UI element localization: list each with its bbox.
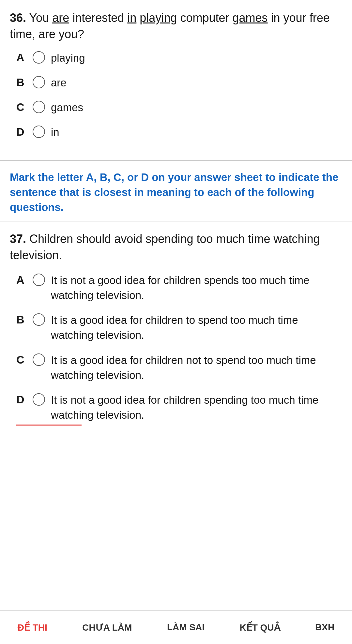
nav-de-thi-label: ĐỀ THI [18, 622, 47, 633]
q36-option-a-radio[interactable] [33, 51, 45, 64]
q36-option-d-radio[interactable] [33, 126, 45, 138]
nav-chua-lam-label: CHƯA LÀM [82, 622, 132, 633]
question-36-title: 36. You are interested in playing comput… [10, 10, 342, 43]
q36-underline-playing: playing [140, 11, 177, 24]
q36-option-a-label: A [16, 52, 33, 63]
q37-option-d-radio[interactable] [33, 393, 45, 406]
q37-option-b-text: It is a good idea for children to spend … [51, 313, 342, 343]
question-37-title: 37. Children should avoid spending too m… [10, 231, 342, 264]
red-underline [16, 425, 82, 426]
q37-option-c-text: It is a good idea for children not to sp… [51, 353, 342, 383]
question-37-number: 37. [10, 232, 26, 246]
bottom-navigation: ĐỀ THI CHƯA LÀM LÀM SAI KẾT QUẢ BXH [0, 610, 352, 644]
q37-option-a-label: A [16, 274, 33, 285]
q37-option-c-radio[interactable] [33, 353, 45, 366]
q37-option-b-radio[interactable] [33, 313, 45, 326]
question-36-number: 36. [10, 11, 26, 24]
q36-option-b-label: B [16, 77, 33, 88]
nav-ket-qua[interactable]: KẾT QUẢ [233, 620, 286, 636]
q36-option-b-radio[interactable] [33, 76, 45, 88]
q36-option-b-text: are [51, 75, 342, 90]
q36-option-c-radio[interactable] [33, 101, 45, 113]
q37-option-d-text: It is not a good idea for children spend… [51, 393, 342, 423]
question-36-section: 36. You are interested in playing comput… [0, 0, 352, 157]
question-37-section: 37. Children should avoid spending too m… [0, 222, 352, 432]
instruction-text: Mark the letter A, B, C, or D on your an… [10, 170, 342, 215]
q36-underline-games: games [233, 11, 268, 24]
instruction-section: Mark the letter A, B, C, or D on your an… [0, 161, 352, 222]
q36-option-a-row[interactable]: A playing [10, 51, 342, 66]
q36-option-c-row[interactable]: C games [10, 100, 342, 115]
q37-option-c-label: C [16, 354, 33, 365]
q36-option-b-row[interactable]: B are [10, 75, 342, 90]
q37-option-a-text: It is not a good idea for children spend… [51, 273, 342, 303]
q37-option-a-row[interactable]: A It is not a good idea for children spe… [10, 273, 342, 303]
q37-option-a-radio[interactable] [33, 274, 45, 286]
nav-lam-sai[interactable]: LÀM SAI [161, 620, 211, 635]
q37-option-c-row[interactable]: C It is a good idea for children not to … [10, 353, 342, 383]
q36-option-d-row[interactable]: D in [10, 125, 342, 140]
nav-bxh-label: BXH [315, 622, 334, 633]
nav-chua-lam[interactable]: CHƯA LÀM [76, 620, 138, 636]
q36-option-a-text: playing [51, 51, 342, 66]
nav-de-thi[interactable]: ĐỀ THI [11, 620, 54, 636]
nav-lam-sai-label: LÀM SAI [167, 622, 205, 633]
nav-bxh[interactable]: BXH [309, 620, 341, 635]
q37-option-d-row[interactable]: D It is not a good idea for children spe… [10, 393, 342, 423]
q36-option-d-label: D [16, 126, 33, 137]
q36-underline-are: are [52, 11, 69, 24]
q36-underline-in: in [127, 11, 136, 24]
q37-option-d-label: D [16, 394, 33, 405]
q36-option-c-label: C [16, 101, 33, 112]
q37-option-b-label: B [16, 314, 33, 325]
q36-option-d-text: in [51, 125, 342, 140]
q36-option-c-text: games [51, 100, 342, 115]
nav-ket-qua-label: KẾT QUẢ [239, 622, 280, 633]
q37-option-b-row[interactable]: B It is a good idea for children to spen… [10, 313, 342, 343]
